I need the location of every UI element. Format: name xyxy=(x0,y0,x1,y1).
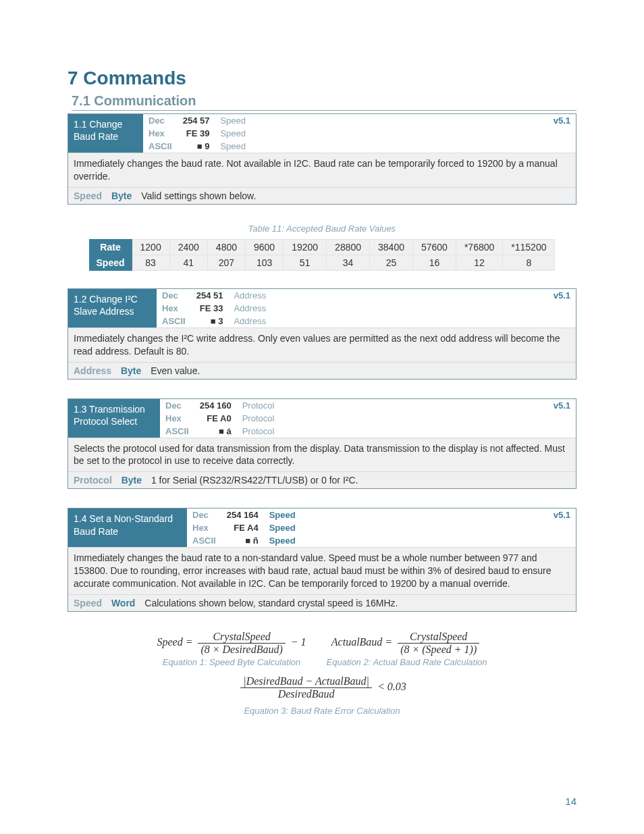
command-description: Selects the protocol used for data trans… xyxy=(68,438,576,472)
fmt-dec-label: Dec xyxy=(187,509,221,521)
param-desc: Even value. xyxy=(151,365,200,376)
rate-cell: 2400 xyxy=(169,239,207,255)
fmt-hex-label: Hex xyxy=(157,302,191,315)
fmt-hex-label: Hex xyxy=(160,412,194,425)
speed-cell: 51 xyxy=(284,255,327,270)
hex-code: FE 33 xyxy=(191,302,229,315)
dec-code: 254 160 xyxy=(194,399,237,412)
hex-arg: Speed xyxy=(215,127,251,140)
rate-cell: 28800 xyxy=(327,239,370,255)
command-block-1-2: 1.2 Change I²C Slave Address Dec254 51Ad… xyxy=(68,288,576,380)
param-type: Byte xyxy=(122,475,142,486)
section-heading: 7 Commands xyxy=(68,68,576,89)
speed-cell: 207 xyxy=(207,255,245,270)
param-name: Speed xyxy=(74,190,102,201)
hex-arg: Protocol xyxy=(237,412,280,425)
ascii-arg: Speed xyxy=(264,534,301,547)
ascii-arg: Protocol xyxy=(237,425,280,438)
version-label: v5.1 xyxy=(301,509,576,521)
ascii-arg: Address xyxy=(228,315,271,328)
rate-cell: *115200 xyxy=(503,239,555,255)
equation-2: ActualBaud = CrystalSpeed(8 × (Speed + 1… xyxy=(327,631,487,656)
command-block-1-3: 1.3 Transmission Protocol Select Dec254 … xyxy=(68,398,576,490)
param-desc: 1 for Serial (RS232/RS422/TTL/USB) or 0 … xyxy=(151,475,358,486)
speed-cell: 34 xyxy=(327,255,370,270)
dec-arg: Address xyxy=(228,289,271,302)
hex-arg: Speed xyxy=(264,521,301,534)
speed-cell: 16 xyxy=(412,255,456,270)
dec-code: 254 57 xyxy=(178,114,215,127)
param-desc: Calculations shown below, standard cryst… xyxy=(144,598,398,608)
rate-cell: 1200 xyxy=(132,239,169,255)
ascii-arg: Speed xyxy=(215,140,251,153)
command-name: 1.4 Set a Non-Standard Baud Rate xyxy=(68,509,187,547)
param-desc: Valid settings shown below. xyxy=(141,190,256,201)
rate-cell: 4800 xyxy=(207,239,245,255)
rate-cell: 9600 xyxy=(246,239,284,255)
param-type: Byte xyxy=(121,365,141,376)
subsection-heading: 7.1 Communication xyxy=(72,93,576,111)
command-param: Protocol Byte 1 for Serial (RS232/RS422/… xyxy=(68,471,576,488)
table-caption: Table 11: Accepted Baud Rate Values xyxy=(68,224,576,234)
fmt-ascii-label: ASCII xyxy=(143,140,178,153)
command-block-1-1: 1.1 Change Baud Rate Dec 254 57 Speed v5… xyxy=(68,113,576,205)
param-name: Speed xyxy=(74,598,102,608)
equation-3-caption: Equation 3: Baud Rate Error Calculation xyxy=(68,706,576,716)
ascii-code: ■ á xyxy=(194,425,237,438)
rate-header: Rate xyxy=(89,239,132,255)
hex-code: FE 39 xyxy=(178,127,215,140)
dec-code: 254 164 xyxy=(221,509,264,521)
page: 7 Commands 7.1 Communication 1.1 Change … xyxy=(0,0,644,834)
speed-cell: 83 xyxy=(132,255,169,270)
version-label: v5.1 xyxy=(279,399,576,412)
equation-1-caption: Equation 1: Speed Byte Calculation xyxy=(157,657,306,667)
rate-cell: 19200 xyxy=(284,239,327,255)
command-param: Speed Word Calculations shown below, sta… xyxy=(68,594,576,611)
dec-arg: Speed xyxy=(215,114,251,127)
rate-cell: *76800 xyxy=(456,239,502,255)
fmt-ascii-label: ASCII xyxy=(160,425,194,438)
fmt-dec-label: Dec xyxy=(143,114,178,127)
command-block-1-4: 1.4 Set a Non-Standard Baud Rate Dec254 … xyxy=(68,508,576,612)
param-type: Byte xyxy=(111,190,132,201)
speed-cell: 8 xyxy=(503,255,555,270)
ascii-code: ■ 9 xyxy=(178,140,215,153)
hex-arg: Address xyxy=(228,302,271,315)
fmt-dec-label: Dec xyxy=(160,399,194,412)
equation-3: |DesiredBaud − ActualBaud|DesiredBaud < … xyxy=(68,675,576,700)
dec-arg: Protocol xyxy=(237,399,280,412)
speed-header: Speed xyxy=(89,255,132,270)
command-name: 1.3 Transmission Protocol Select xyxy=(68,399,160,438)
version-label: v5.1 xyxy=(271,289,576,302)
fmt-hex-label: Hex xyxy=(187,521,221,534)
hex-code: FE A0 xyxy=(194,412,237,425)
speed-cell: 25 xyxy=(370,255,413,270)
ascii-code: ■ ñ xyxy=(221,534,264,547)
ascii-code: ■ 3 xyxy=(191,315,229,328)
version-label: v5.1 xyxy=(251,114,576,127)
fmt-ascii-label: ASCII xyxy=(187,534,221,547)
equation-1: Speed = CrystalSpeed(8 × DesiredBaud) − … xyxy=(157,631,306,656)
speed-cell: 12 xyxy=(456,255,502,270)
param-name: Address xyxy=(74,365,111,376)
equations-row: Speed = CrystalSpeed(8 × DesiredBaud) − … xyxy=(68,631,576,673)
fmt-ascii-label: ASCII xyxy=(157,315,191,328)
rate-cell: 38400 xyxy=(370,239,413,255)
dec-arg: Speed xyxy=(264,509,301,521)
command-description: Immediately changes the baud rate to a n… xyxy=(68,547,576,594)
rate-cell: 57600 xyxy=(412,239,456,255)
page-number: 14 xyxy=(565,796,576,807)
command-description: Immediately changes the baud rate. Not a… xyxy=(68,153,576,187)
speed-cell: 41 xyxy=(169,255,207,270)
param-type: Word xyxy=(111,598,136,608)
equation-2-caption: Equation 2: Actual Baud Rate Calculation xyxy=(327,657,487,667)
command-description: Immediately changes the I²C write addres… xyxy=(68,328,576,362)
hex-code: FE A4 xyxy=(221,521,264,534)
dec-code: 254 51 xyxy=(191,289,229,302)
param-name: Protocol xyxy=(74,475,112,486)
baud-rate-table: Rate 1200 2400 4800 9600 19200 28800 384… xyxy=(89,239,556,271)
command-name: 1.1 Change Baud Rate xyxy=(68,114,143,153)
fmt-dec-label: Dec xyxy=(157,289,191,302)
command-name: 1.2 Change I²C Slave Address xyxy=(68,289,157,328)
speed-cell: 103 xyxy=(246,255,284,270)
